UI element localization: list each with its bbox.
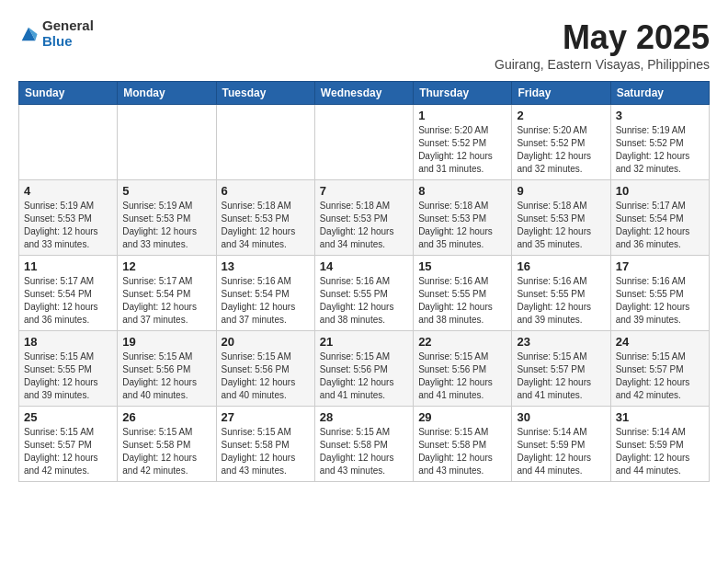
day-info: Sunrise: 5:15 AM Sunset: 5:58 PM Dayligh… (320, 426, 408, 477)
day-number: 3 (616, 109, 704, 122)
calendar-cell: 30Sunrise: 5:14 AM Sunset: 5:59 PM Dayli… (512, 407, 610, 482)
day-number: 28 (320, 410, 408, 424)
day-info: Sunrise: 5:15 AM Sunset: 5:56 PM Dayligh… (122, 350, 210, 402)
day-number: 11 (24, 259, 112, 273)
day-info: Sunrise: 5:15 AM Sunset: 5:58 PM Dayligh… (222, 426, 310, 477)
calendar-cell: 31Sunrise: 5:14 AM Sunset: 5:59 PM Dayli… (610, 407, 709, 482)
calendar-cell: 11Sunrise: 5:17 AM Sunset: 5:54 PM Dayli… (19, 256, 118, 331)
calendar-cell (314, 105, 413, 180)
day-number: 4 (24, 184, 112, 198)
calendar-header-wednesday: Wednesday (314, 82, 413, 105)
calendar-cell: 29Sunrise: 5:15 AM Sunset: 5:58 PM Dayli… (414, 407, 512, 482)
day-info: Sunrise: 5:18 AM Sunset: 5:53 PM Dayligh… (418, 200, 506, 251)
day-info: Sunrise: 5:19 AM Sunset: 5:53 PM Dayligh… (24, 200, 112, 251)
subtitle: Guirang, Eastern Visayas, Philippines (495, 57, 710, 72)
day-number: 9 (517, 184, 605, 198)
calendar-cell: 6Sunrise: 5:18 AM Sunset: 5:53 PM Daylig… (216, 180, 314, 256)
day-number: 18 (24, 335, 112, 349)
calendar-row-1: 4Sunrise: 5:19 AM Sunset: 5:53 PM Daylig… (19, 180, 710, 256)
day-info: Sunrise: 5:16 AM Sunset: 5:55 PM Dayligh… (616, 275, 704, 327)
day-number: 20 (222, 335, 310, 349)
calendar-cell (19, 105, 118, 180)
calendar-cell: 21Sunrise: 5:15 AM Sunset: 5:56 PM Dayli… (314, 331, 413, 407)
calendar-cell: 16Sunrise: 5:16 AM Sunset: 5:55 PM Dayli… (512, 256, 610, 331)
day-number: 1 (418, 109, 506, 122)
day-number: 14 (320, 259, 408, 273)
day-info: Sunrise: 5:16 AM Sunset: 5:55 PM Dayligh… (418, 275, 506, 327)
calendar-cell: 13Sunrise: 5:16 AM Sunset: 5:54 PM Dayli… (216, 256, 314, 331)
day-info: Sunrise: 5:18 AM Sunset: 5:53 PM Dayligh… (222, 200, 310, 251)
day-info: Sunrise: 5:15 AM Sunset: 5:56 PM Dayligh… (418, 350, 506, 402)
day-info: Sunrise: 5:16 AM Sunset: 5:55 PM Dayligh… (517, 275, 605, 327)
logo-general: General (42, 18, 94, 34)
day-info: Sunrise: 5:14 AM Sunset: 5:59 PM Dayligh… (517, 426, 605, 477)
calendar-header-sunday: Sunday (19, 82, 118, 105)
logo-icon (18, 24, 39, 44)
logo-blue: Blue (42, 34, 94, 50)
day-number: 30 (517, 410, 605, 424)
main-title: May 2025 (495, 18, 710, 57)
day-number: 21 (320, 335, 408, 349)
day-number: 17 (616, 259, 704, 273)
day-number: 16 (517, 259, 605, 273)
day-info: Sunrise: 5:15 AM Sunset: 5:57 PM Dayligh… (24, 426, 112, 477)
calendar-cell: 27Sunrise: 5:15 AM Sunset: 5:58 PM Dayli… (216, 407, 314, 482)
calendar-row-3: 18Sunrise: 5:15 AM Sunset: 5:55 PM Dayli… (19, 331, 710, 407)
day-info: Sunrise: 5:19 AM Sunset: 5:52 PM Dayligh… (616, 124, 704, 176)
day-info: Sunrise: 5:16 AM Sunset: 5:54 PM Dayligh… (222, 275, 310, 327)
day-info: Sunrise: 5:17 AM Sunset: 5:54 PM Dayligh… (24, 275, 112, 327)
day-number: 15 (418, 259, 506, 273)
calendar-header-row: SundayMondayTuesdayWednesdayThursdayFrid… (19, 82, 710, 105)
calendar-cell: 4Sunrise: 5:19 AM Sunset: 5:53 PM Daylig… (19, 180, 118, 256)
day-info: Sunrise: 5:20 AM Sunset: 5:52 PM Dayligh… (418, 124, 506, 176)
day-info: Sunrise: 5:17 AM Sunset: 5:54 PM Dayligh… (122, 275, 210, 327)
calendar-cell: 24Sunrise: 5:15 AM Sunset: 5:57 PM Dayli… (610, 331, 709, 407)
calendar-header-tuesday: Tuesday (216, 82, 314, 105)
calendar-cell: 12Sunrise: 5:17 AM Sunset: 5:54 PM Dayli… (118, 256, 216, 331)
day-number: 2 (517, 109, 605, 122)
calendar-cell: 23Sunrise: 5:15 AM Sunset: 5:57 PM Dayli… (512, 331, 610, 407)
day-info: Sunrise: 5:18 AM Sunset: 5:53 PM Dayligh… (320, 200, 408, 251)
day-number: 23 (517, 335, 605, 349)
day-number: 19 (122, 335, 210, 349)
day-info: Sunrise: 5:19 AM Sunset: 5:53 PM Dayligh… (122, 200, 210, 251)
calendar-cell: 22Sunrise: 5:15 AM Sunset: 5:56 PM Dayli… (414, 331, 512, 407)
day-info: Sunrise: 5:15 AM Sunset: 5:58 PM Dayligh… (122, 426, 210, 477)
day-info: Sunrise: 5:17 AM Sunset: 5:54 PM Dayligh… (616, 200, 704, 251)
day-info: Sunrise: 5:15 AM Sunset: 5:56 PM Dayligh… (222, 350, 310, 402)
day-number: 31 (616, 410, 704, 424)
logo-text: General Blue (42, 18, 94, 49)
logo: General Blue (18, 18, 94, 49)
calendar-cell: 18Sunrise: 5:15 AM Sunset: 5:55 PM Dayli… (19, 331, 118, 407)
calendar-cell (118, 105, 216, 180)
day-info: Sunrise: 5:20 AM Sunset: 5:52 PM Dayligh… (517, 124, 605, 176)
calendar-cell: 7Sunrise: 5:18 AM Sunset: 5:53 PM Daylig… (314, 180, 413, 256)
calendar-cell: 17Sunrise: 5:16 AM Sunset: 5:55 PM Dayli… (610, 256, 709, 331)
day-info: Sunrise: 5:14 AM Sunset: 5:59 PM Dayligh… (616, 426, 704, 477)
day-number: 25 (24, 410, 112, 424)
page-header: General Blue May 2025 Guirang, Eastern V… (18, 18, 710, 72)
calendar-cell: 14Sunrise: 5:16 AM Sunset: 5:55 PM Dayli… (314, 256, 413, 331)
calendar-header-thursday: Thursday (414, 82, 512, 105)
calendar-row-0: 1Sunrise: 5:20 AM Sunset: 5:52 PM Daylig… (19, 105, 710, 180)
day-info: Sunrise: 5:15 AM Sunset: 5:55 PM Dayligh… (24, 350, 112, 402)
calendar-cell: 5Sunrise: 5:19 AM Sunset: 5:53 PM Daylig… (118, 180, 216, 256)
day-info: Sunrise: 5:15 AM Sunset: 5:57 PM Dayligh… (517, 350, 605, 402)
day-info: Sunrise: 5:15 AM Sunset: 5:58 PM Dayligh… (418, 426, 506, 477)
day-number: 29 (418, 410, 506, 424)
day-info: Sunrise: 5:15 AM Sunset: 5:56 PM Dayligh… (320, 350, 408, 402)
calendar-header-monday: Monday (118, 82, 216, 105)
day-number: 12 (122, 259, 210, 273)
calendar-cell: 19Sunrise: 5:15 AM Sunset: 5:56 PM Dayli… (118, 331, 216, 407)
title-block: May 2025 Guirang, Eastern Visayas, Phili… (495, 18, 710, 72)
calendar-cell (216, 105, 314, 180)
calendar-header-saturday: Saturday (610, 82, 709, 105)
calendar-cell: 1Sunrise: 5:20 AM Sunset: 5:52 PM Daylig… (414, 105, 512, 180)
calendar-header-friday: Friday (512, 82, 610, 105)
day-number: 13 (222, 259, 310, 273)
day-number: 24 (616, 335, 704, 349)
calendar-cell: 28Sunrise: 5:15 AM Sunset: 5:58 PM Dayli… (314, 407, 413, 482)
day-number: 26 (122, 410, 210, 424)
calendar-cell: 8Sunrise: 5:18 AM Sunset: 5:53 PM Daylig… (414, 180, 512, 256)
calendar-cell: 2Sunrise: 5:20 AM Sunset: 5:52 PM Daylig… (512, 105, 610, 180)
